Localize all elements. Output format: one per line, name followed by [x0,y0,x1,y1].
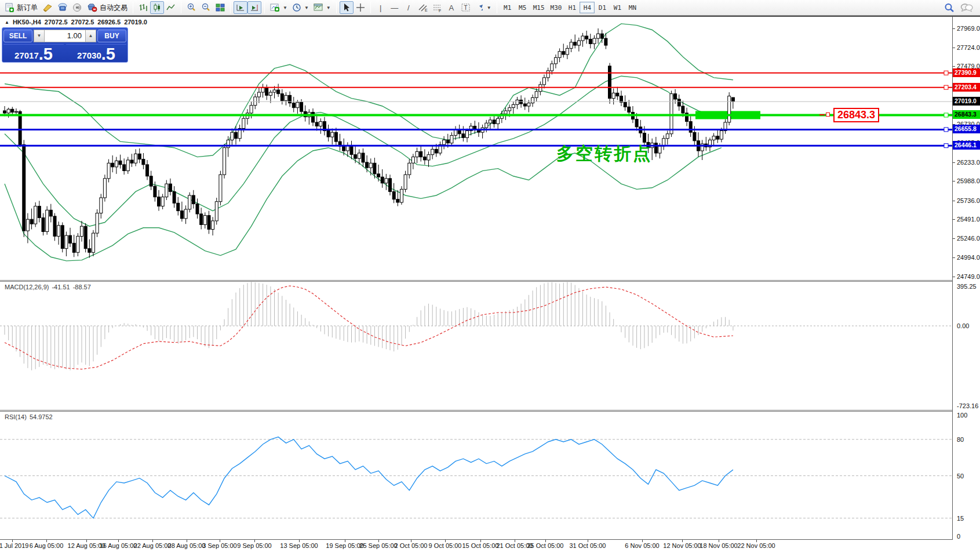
zoom-in-button[interactable] [184,1,199,14]
signals-broadcast-icon [72,3,82,12]
tile-windows-button[interactable] [213,1,227,14]
indicators-button[interactable]: ▼ [268,1,290,14]
candle-body [235,132,238,139]
candle-body [69,235,72,243]
macd-pane[interactable] [0,282,952,410]
candle-body [523,104,526,106]
candle-body [23,144,25,231]
candle-body [677,99,680,106]
volume-increase-button[interactable]: ▲ [85,30,96,42]
timeframe-h4[interactable]: H4 [580,2,595,13]
timeframe-w1[interactable]: W1 [610,2,625,13]
level-line-handle[interactable] [944,71,948,75]
buy-price-frac: .5 [101,47,115,61]
price-callout-label[interactable]: 26843.3 [833,108,879,122]
candle-body [46,210,49,231]
pane-separator[interactable] [0,410,980,412]
timeframe-m5[interactable]: M5 [515,2,530,13]
horizontal-line-button[interactable]: — [388,1,402,14]
candle-body [11,109,14,112]
text-button[interactable]: A [445,1,458,14]
volume-decrease-button[interactable]: ▼ [34,30,45,42]
timeframe-d1[interactable]: D1 [595,2,610,13]
candle-body [411,157,414,164]
candle-body [273,90,276,92]
rsi-value: 54.9752 [30,413,53,420]
time-axis[interactable]: 31 Jul 20196 Aug 05:0012 Aug 05:0016 Aug… [0,540,980,552]
sell-button[interactable]: SELL [3,30,32,42]
templates-button[interactable]: ▼ [311,1,333,14]
main-chart-pane[interactable] [0,17,952,280]
text-label-button[interactable]: T [458,1,473,14]
pane-separator[interactable] [0,280,980,282]
cursor-button[interactable] [340,1,354,14]
arrows-button[interactable]: ▼ [473,1,494,14]
line-chart-button[interactable] [164,1,178,14]
time-label: 25 Oct 05:00 [527,542,564,549]
candle-body [366,162,369,168]
autotrading-button[interactable]: 自动交易 [85,1,130,14]
crosshair-button[interactable] [354,1,367,14]
vertical-line-button[interactable]: | [374,1,388,14]
candle-body [88,249,91,253]
rsi-pane[interactable] [0,412,952,539]
chart-annotation-text[interactable]: 多空转折点 [556,142,652,166]
timeframe-m1[interactable]: M1 [500,2,515,13]
chat-icon[interactable] [960,3,973,13]
timeframe-h1[interactable]: H1 [564,2,580,13]
bar-chart-button[interactable] [136,1,150,14]
candle-body [165,184,168,197]
candlestick-chart-button[interactable] [150,1,164,14]
volume-field[interactable]: 1.00 [45,30,85,42]
zoom-out-button[interactable] [199,1,213,14]
signals-button[interactable] [70,1,85,14]
sell-price[interactable]: 27017.5 [3,44,64,62]
buy-button[interactable]: BUY [97,30,126,42]
timeframe-group: M1M5M15M30H1H4D1W1MN [500,1,640,14]
time-label: 25 Sep 05:00 [359,542,397,549]
timeframe-m30[interactable]: M30 [548,2,565,13]
label-anchor-handle[interactable] [826,112,830,117]
candle-body [392,191,395,199]
auto-scroll-button[interactable] [234,1,247,14]
candle-body [574,42,577,45]
equidistant-channel-button[interactable]: E [416,1,430,14]
candle-body [555,57,558,64]
current-price-tag: 27019.0 [953,97,980,106]
candle-body [408,163,411,175]
candle-body [597,34,600,38]
periods-button[interactable]: ▼ [290,1,311,14]
candle-body [154,186,156,197]
level-line-handle[interactable] [944,113,948,117]
timeframe-mn[interactable]: MN [625,2,640,13]
collapse-panel-icon[interactable]: ▲ [5,20,9,25]
styles-button[interactable] [40,1,55,14]
chart-shift-button[interactable] [247,1,261,14]
level-line-handle[interactable] [944,85,948,89]
new-order-button[interactable]: 新订单 [2,1,40,14]
timeframe-m15[interactable]: M15 [530,2,548,13]
candle-body [72,243,75,252]
market-depth-button[interactable] [55,1,70,14]
label-anchor-dash [819,114,825,115]
rsi-scale-15: 15 [957,515,964,522]
level-line-handle[interactable] [944,128,948,132]
candle-body [289,95,292,103]
trendline-button[interactable]: / [402,1,416,14]
autotrading-icon [87,3,97,12]
buy-price[interactable]: 27030.5 [66,44,126,62]
level-line-handle[interactable] [944,144,948,148]
macd-name: MACD(12,26,9) [5,284,49,290]
sell-price-frac: .5 [39,47,53,61]
price-axis[interactable]: 27969.027724.027479.026730.026485.826233… [953,17,980,540]
rsi-title: RSI(14) 54.9752 [5,413,53,420]
macd-scale-zero: 0.00 [957,322,969,329]
toolbar: 新订单 自动交易 [0,0,980,16]
search-icon[interactable] [944,3,955,13]
fibonacci-button[interactable]: F [430,1,445,14]
candle-body [7,109,10,113]
candle-body [362,153,365,162]
volume-stepper: ▼ 1.00 ▲ [34,30,96,42]
candle-body [327,131,330,137]
depth-of-market-icon [57,3,68,12]
